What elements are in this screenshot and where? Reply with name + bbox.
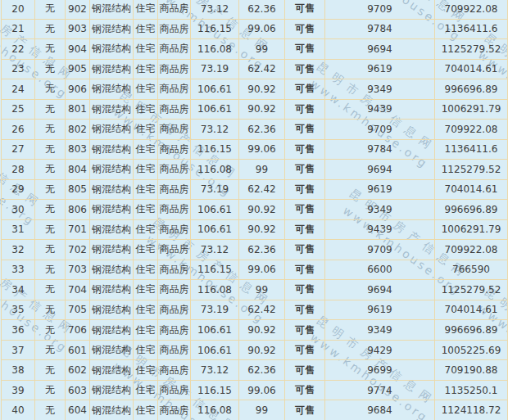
sale-status-cell: 可售 xyxy=(285,320,325,341)
sale-type-cell: 商品房 xyxy=(158,360,191,381)
sale-type-cell: 商品房 xyxy=(158,200,191,220)
sale-status-cell: 可售 xyxy=(285,79,325,100)
sale-type-cell: 商品房 xyxy=(158,39,191,60)
remark-cell: 无 xyxy=(35,0,66,19)
room-number-link[interactable]: 602 xyxy=(66,360,90,381)
total-price-cell: 709922.08 xyxy=(435,0,508,19)
inner-area-cell: 99 xyxy=(239,39,285,60)
total-price-cell: 996696.89 xyxy=(435,79,508,100)
remark-cell: 无 xyxy=(35,280,66,300)
room-number-link[interactable]: 603 xyxy=(66,380,90,400)
structure-cell: 钢混结构 xyxy=(90,360,134,381)
usage-cell: 住宅 xyxy=(134,300,158,320)
room-number-link[interactable]: 701 xyxy=(66,219,90,240)
row-index-cell: 28 xyxy=(2,160,35,180)
total-price-cell: 1136411.6 xyxy=(435,19,508,39)
unit-row: 38 无 602 钢混结构 住宅 商品房 73.12 62.36 可售 9699… xyxy=(2,360,508,381)
room-number-link[interactable]: 601 xyxy=(66,340,90,360)
build-area-cell: 116.15 xyxy=(191,19,239,39)
unit-price-cell: 9429 xyxy=(325,340,435,360)
usage-cell: 住宅 xyxy=(134,120,158,140)
room-number-link[interactable]: 801 xyxy=(66,99,90,120)
sale-type-cell: 商品房 xyxy=(158,19,191,39)
structure-cell: 钢混结构 xyxy=(90,179,134,200)
structure-cell: 钢混结构 xyxy=(90,160,134,180)
row-index-cell: 40 xyxy=(2,400,35,420)
inner-area-cell: 90.92 xyxy=(239,200,285,220)
unit-price-cell: 9694 xyxy=(325,160,435,180)
room-number-link[interactable]: 804 xyxy=(66,160,90,180)
sale-status-cell: 可售 xyxy=(285,280,325,300)
usage-cell: 住宅 xyxy=(134,240,158,260)
total-price-cell: 1005225.69 xyxy=(435,340,508,360)
build-area-cell: 73.19 xyxy=(191,179,239,200)
build-area-cell: 106.61 xyxy=(191,320,239,341)
sale-status-cell: 可售 xyxy=(285,380,325,400)
sale-status-cell: 可售 xyxy=(285,179,325,200)
usage-cell: 住宅 xyxy=(134,340,158,360)
structure-cell: 钢混结构 xyxy=(90,120,134,140)
inner-area-cell: 62.42 xyxy=(239,300,285,320)
room-number-link[interactable]: 902 xyxy=(66,0,90,19)
unit-row: 34 无 704 钢混结构 住宅 商品房 116.08 99 可售 9694 1… xyxy=(2,280,508,300)
room-number-link[interactable]: 703 xyxy=(66,260,90,280)
row-index-cell: 22 xyxy=(2,39,35,60)
build-area-cell: 73.19 xyxy=(191,300,239,320)
room-number-link[interactable]: 906 xyxy=(66,79,90,100)
row-index-cell: 38 xyxy=(2,360,35,381)
unit-list-screen: 昆明市房产信息网 www.kmhouse.org 昆明市房产信息网 www.km… xyxy=(0,0,508,420)
row-index-cell: 25 xyxy=(2,99,35,120)
unit-row: 23 无 905 钢混结构 住宅 商品房 73.19 62.42 可售 9619… xyxy=(2,59,508,79)
sale-status-cell: 可售 xyxy=(285,59,325,79)
inner-area-cell: 90.92 xyxy=(239,79,285,100)
unit-table-body: 20 无 902 钢混结构 住宅 商品房 73.12 62.36 可售 9709… xyxy=(2,0,508,420)
sale-status-cell: 可售 xyxy=(285,300,325,320)
structure-cell: 钢混结构 xyxy=(90,200,134,220)
unit-row: 36 无 706 钢混结构 住宅 商品房 106.61 90.92 可售 934… xyxy=(2,320,508,341)
sale-status-cell: 可售 xyxy=(285,240,325,260)
room-number-link[interactable]: 802 xyxy=(66,120,90,140)
sale-status-cell: 可售 xyxy=(285,219,325,240)
room-number-link[interactable]: 806 xyxy=(66,200,90,220)
usage-cell: 住宅 xyxy=(134,400,158,420)
usage-cell: 住宅 xyxy=(134,139,158,160)
inner-area-cell: 62.36 xyxy=(239,240,285,260)
unit-price-cell: 9349 xyxy=(325,320,435,341)
sale-type-cell: 商品房 xyxy=(158,320,191,341)
room-number-link[interactable]: 706 xyxy=(66,320,90,341)
room-number-link[interactable]: 705 xyxy=(66,300,90,320)
row-index-cell: 33 xyxy=(2,260,35,280)
total-price-cell: 1124118.72 xyxy=(435,400,508,420)
usage-cell: 住宅 xyxy=(134,99,158,120)
build-area-cell: 116.15 xyxy=(191,139,239,160)
build-area-cell: 106.61 xyxy=(191,219,239,240)
room-number-link[interactable]: 604 xyxy=(66,400,90,420)
sale-status-cell: 可售 xyxy=(285,0,325,19)
row-index-cell: 29 xyxy=(2,179,35,200)
usage-cell: 住宅 xyxy=(134,280,158,300)
total-price-cell: 1125279.52 xyxy=(435,160,508,180)
unit-price-cell: 9349 xyxy=(325,200,435,220)
usage-cell: 住宅 xyxy=(134,160,158,180)
unit-price-cell: 9684 xyxy=(325,400,435,420)
unit-row: 21 无 903 钢混结构 住宅 商品房 116.15 99.06 可售 978… xyxy=(2,19,508,39)
room-number-link[interactable]: 903 xyxy=(66,19,90,39)
total-price-cell: 709190.88 xyxy=(435,360,508,381)
remark-cell: 无 xyxy=(35,120,66,140)
structure-cell: 钢混结构 xyxy=(90,59,134,79)
remark-cell: 无 xyxy=(35,400,66,420)
inner-area-cell: 99 xyxy=(239,280,285,300)
room-number-link[interactable]: 702 xyxy=(66,240,90,260)
usage-cell: 住宅 xyxy=(134,19,158,39)
room-number-link[interactable]: 904 xyxy=(66,39,90,60)
unit-row: 33 无 703 钢混结构 住宅 商品房 116.15 99.06 可售 660… xyxy=(2,260,508,280)
build-area-cell: 116.15 xyxy=(191,260,239,280)
room-number-link[interactable]: 805 xyxy=(66,179,90,200)
room-number-link[interactable]: 704 xyxy=(66,280,90,300)
room-number-link[interactable]: 905 xyxy=(66,59,90,79)
room-number-link[interactable]: 803 xyxy=(66,139,90,160)
sale-type-cell: 商品房 xyxy=(158,280,191,300)
inner-area-cell: 90.92 xyxy=(239,340,285,360)
structure-cell: 钢混结构 xyxy=(90,99,134,120)
unit-row: 28 无 804 钢混结构 住宅 商品房 116.08 99 可售 9694 1… xyxy=(2,160,508,180)
